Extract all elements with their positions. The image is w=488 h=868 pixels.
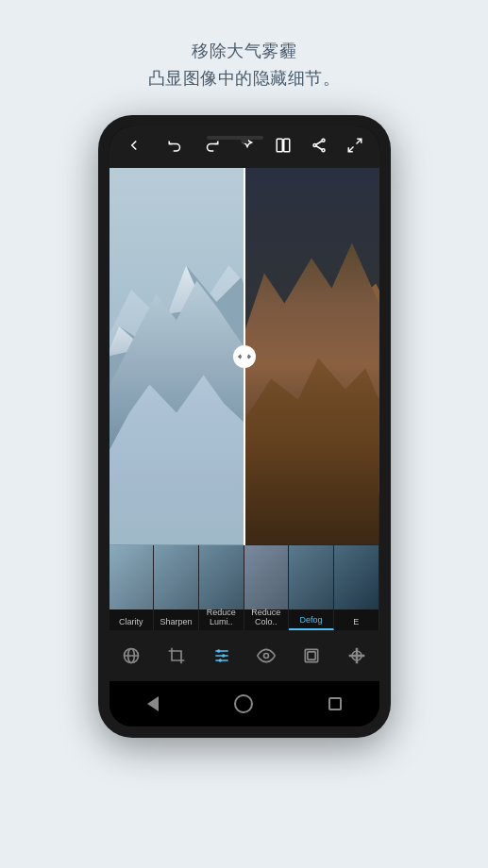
thumb-sharpen[interactable]: Sharpen [154,545,199,630]
thumb-label-reduce-color: Reduce Colo.. [244,608,289,626]
compare-button[interactable] [272,137,294,158]
svg-marker-22 [244,466,254,494]
svg-rect-21 [244,496,379,545]
eye-tool-button[interactable] [249,639,283,673]
svg-rect-1 [283,139,289,152]
thumb-clarity[interactable]: Clarity [109,545,155,630]
divider-handle[interactable] [233,345,256,368]
adjust-tool-button[interactable] [205,639,239,673]
svg-line-7 [356,139,361,143]
svg-line-6 [316,145,322,149]
svg-point-2 [322,139,325,142]
share-button[interactable] [308,137,330,158]
page-title: 移除大气雾霾 凸显图像中的隐藏细节。 [148,38,341,92]
thumb-defog[interactable]: Defog [289,545,334,630]
thumb-label-defog: Defog [300,615,323,625]
svg-point-4 [322,148,325,151]
svg-point-36 [264,653,269,658]
title-area: 移除大气雾霾 凸显图像中的隐藏细节。 [110,0,379,115]
nav-recents-button[interactable] [328,697,342,710]
svg-marker-23 [244,470,278,496]
fullscreen-button[interactable] [344,137,366,158]
svg-marker-19 [266,362,309,392]
svg-marker-26 [351,472,379,496]
globe-tool-button[interactable] [114,639,148,673]
thumb-label-sharpen: Sharpen [160,617,192,626]
bottom-toolbar [109,630,379,681]
magic-button[interactable] [236,137,259,158]
svg-marker-17 [244,271,379,544]
svg-rect-9 [109,168,244,545]
thumb-e[interactable]: E [334,545,379,630]
svg-point-34 [222,654,225,657]
svg-marker-20 [333,308,376,344]
photo-left [109,168,244,545]
svg-rect-0 [277,139,282,152]
nav-home-button[interactable] [234,694,253,713]
phone-shell: Clarity Sharpen Reduce Lumi.. Reduce Col… [98,115,391,738]
layers-tool-button[interactable] [294,639,328,673]
compare-divider[interactable] [244,168,245,545]
svg-rect-38 [308,651,315,659]
svg-marker-16 [244,271,379,544]
nav-bar [109,681,379,726]
toolbar-right-icons [164,137,366,158]
page-container: 移除大气雾霾 凸显图像中的隐藏细节。 [0,0,488,868]
undo-button[interactable] [164,137,187,158]
thumb-label-clarity: Clarity [119,617,143,626]
svg-rect-15 [244,168,379,545]
svg-marker-25 [314,472,344,496]
phone-screen: Clarity Sharpen Reduce Lumi.. Reduce Col… [109,126,379,726]
svg-marker-24 [278,472,308,496]
thumb-reduce-lumi[interactable]: Reduce Lumi.. [199,545,244,630]
thumb-label-e: E [353,617,359,626]
svg-line-5 [316,141,322,144]
svg-line-8 [348,146,353,151]
app-toolbar [109,126,379,168]
thumbnail-strip: Clarity Sharpen Reduce Lumi.. Reduce Col… [109,545,379,630]
svg-point-35 [218,659,221,661]
thumb-label-reduce-lumi: Reduce Lumi.. [199,608,244,626]
svg-rect-14 [109,496,244,545]
photo-right [244,168,379,545]
crop-tool-button[interactable] [160,639,194,673]
svg-point-33 [217,649,220,652]
thumb-reduce-color[interactable]: Reduce Colo.. [244,545,290,630]
heal-tool-button[interactable] [340,639,374,673]
redo-button[interactable] [200,137,223,158]
svg-point-3 [313,143,316,146]
nav-back-button[interactable] [147,696,159,711]
back-button[interactable] [123,137,145,158]
photo-area [109,168,379,545]
